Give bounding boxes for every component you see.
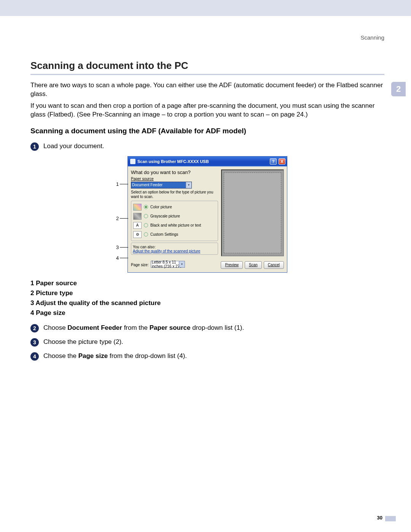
page-number-accent [385, 516, 396, 521]
top-band [0, 0, 411, 16]
cancel-button[interactable]: Cancel [264, 261, 284, 269]
step-badge-4: 4 [30, 352, 39, 361]
step-1-text: Load your document. [43, 142, 104, 151]
legend-1: 1 Paper source [30, 280, 384, 287]
radio-grayscale[interactable] [144, 214, 148, 218]
option-bw[interactable]: A Black and white picture or text [133, 221, 216, 230]
page-number: 30 [377, 515, 382, 521]
gray-thumb-icon [133, 213, 142, 220]
picture-type-group: Color picture Grayscale picture A Black … [131, 201, 218, 241]
scan-button[interactable]: Scan [245, 261, 262, 269]
scan-type-hint: Select an option below for the type of p… [131, 190, 218, 199]
callout-4: 4 [116, 255, 128, 261]
preview-placeholder [224, 173, 281, 253]
paper-source-dropdown[interactable]: Document Feeder ▾ [131, 182, 192, 189]
app-icon [130, 159, 135, 164]
legend-3: 3 Adjust the quality of the scanned pict… [30, 299, 384, 307]
option-custom[interactable]: ⚙ Custom Settings [133, 230, 216, 239]
step-3: 3 Choose the picture type (2). [30, 338, 384, 347]
intro-paragraph-2: If you want to scan and then crop a port… [30, 102, 384, 119]
radio-bw[interactable] [144, 223, 148, 227]
step-4-text: Choose the Page size from the drop-down … [43, 352, 187, 361]
callout-3: 3 [116, 244, 128, 250]
option-grayscale[interactable]: Grayscale picture [133, 212, 216, 221]
page-content: Scanning Scanning a document into the PC… [0, 16, 411, 361]
title-underline [30, 74, 384, 75]
page-size-dropdown[interactable]: Letter 8.5 x 11 inches (216 x 279 ▾ [151, 261, 185, 268]
figure-legend: 1 Paper source 2 Picture type 3 Adjust t… [30, 280, 384, 317]
step-badge-1: 1 [30, 142, 39, 151]
legend-2: 2 Picture type [30, 289, 384, 297]
preview-pane [221, 169, 284, 256]
chevron-down-icon: ▾ [186, 182, 191, 188]
paper-source-label: Paper source [131, 177, 218, 181]
option-custom-label: Custom Settings [150, 232, 178, 236]
dialog-titlebar: Scan using Brother MFC-XXXX USB ? X [128, 157, 287, 166]
color-thumb-icon [133, 204, 142, 211]
you-can-also-label: You can also: [133, 245, 216, 249]
step-1: 1 Load your document. [30, 142, 384, 151]
close-button[interactable]: X [279, 158, 285, 165]
page-title: Scanning a document into the PC [30, 60, 384, 72]
dialog-title: Scan using Brother MFC-XXXX USB [137, 159, 268, 164]
step-badge-2: 2 [30, 324, 39, 332]
section-header: Scanning [30, 34, 384, 41]
dialog-figure: 1 2 3 4 Scan using Brother MFC-XXXX USB … [116, 156, 299, 273]
scan-dialog: Scan using Brother MFC-XXXX USB ? X What… [127, 156, 287, 273]
step-2: 2 Choose Document Feeder from the Paper … [30, 324, 384, 332]
custom-thumb-icon: ⚙ [133, 231, 142, 238]
step-badge-3: 3 [30, 338, 39, 347]
adjust-quality-link[interactable]: Adjust the quality of the scanned pictur… [133, 249, 216, 253]
step-2-text: Choose Document Feeder from the Paper so… [43, 324, 244, 332]
option-bw-label: Black and white picture or text [150, 223, 201, 227]
step-3-text: Choose the picture type (2). [43, 338, 123, 347]
option-gray-label: Grayscale picture [150, 214, 180, 218]
bw-thumb-icon: A [133, 222, 142, 229]
page-size-label: Page size: [131, 263, 149, 267]
paper-source-value: Document Feeder [132, 183, 162, 187]
subsection-title: Scanning a document using the ADF (Avail… [30, 127, 384, 135]
preview-button[interactable]: Preview [221, 261, 243, 269]
adjust-group: You can also: Adjust the quality of the … [131, 243, 218, 255]
intro-paragraph-1: There are two ways to scan a whole page.… [30, 81, 384, 99]
chapter-tab: 2 [391, 82, 406, 96]
step-4: 4 Choose the Page size from the drop-dow… [30, 352, 384, 361]
dialog-prompt: What do you want to scan? [131, 169, 218, 175]
option-color-label: Color picture [150, 205, 172, 209]
callout-1: 1 [116, 181, 128, 187]
callout-2: 2 [116, 216, 128, 221]
radio-custom[interactable] [144, 232, 148, 236]
chevron-down-icon: ▾ [179, 261, 185, 267]
option-color[interactable]: Color picture [133, 203, 216, 212]
legend-4: 4 Page size [30, 309, 384, 317]
help-button[interactable]: ? [270, 158, 277, 165]
radio-color[interactable] [144, 205, 148, 209]
